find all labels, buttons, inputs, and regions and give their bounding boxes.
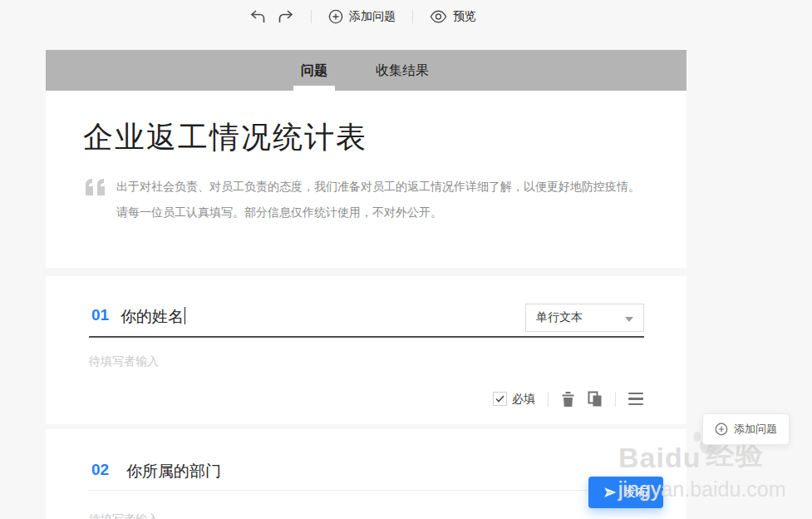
required-checkbox[interactable] [493, 392, 507, 406]
form-description-line1: 出于对社会负责、对员工负责的态度，我们准备对员工的返工情况作详细了解，以便更好地… [116, 174, 657, 200]
question-1-number: 01 [91, 306, 109, 324]
question-2-answer-placeholder[interactable]: 待填写者输入 [89, 512, 159, 519]
top-toolbar: 添加问题 预览 [249, 4, 476, 29]
question-1-controls: 必填 [493, 391, 643, 407]
controls-divider [548, 392, 549, 407]
add-question-label: 添加问题 [349, 9, 396, 24]
quote-icon [86, 179, 107, 199]
more-options-icon[interactable] [628, 393, 643, 406]
delete-question-icon[interactable] [561, 391, 575, 407]
preview-label: 预览 [453, 9, 476, 24]
send-icon [603, 486, 618, 499]
question-2-number: 02 [91, 461, 109, 479]
question-card-1: 01 你的姓名 单行文本 待填写者输入 必填 [46, 276, 687, 424]
form-description[interactable]: 出于对社会负责、对员工负责的态度，我们准备对员工的返工情况作详细了解，以便更好地… [116, 174, 657, 225]
plus-circle-icon [715, 423, 728, 436]
question-2-title-input[interactable]: 你所属的部门 [126, 461, 221, 482]
question-1-title-text: 你的姓名 [121, 308, 184, 325]
form-tabs-header: 问题 收集结果 [46, 50, 687, 91]
tab-collect-results[interactable]: 收集结果 [376, 50, 429, 91]
floating-add-question-button[interactable]: 添加问题 [702, 413, 790, 445]
add-question-button[interactable]: 添加问题 [328, 9, 396, 24]
question-1-title-underline [89, 336, 644, 338]
question-1-answer-placeholder[interactable]: 待填写者输入 [89, 354, 159, 369]
redo-icon[interactable] [278, 9, 294, 24]
question-1-title-input[interactable]: 你的姓名 [121, 306, 185, 328]
plus-circle-icon [328, 9, 343, 24]
form-head-section: 企业返工情况统计表 出于对社会负责、对员工负责的态度，我们准备对员工的返工情况作… [46, 91, 687, 268]
required-label: 必填 [512, 392, 535, 407]
duplicate-question-icon[interactable] [588, 391, 603, 407]
toolbar-divider [412, 10, 413, 23]
question-1-type-value: 单行文本 [536, 310, 583, 325]
eye-icon [430, 10, 447, 23]
section-gap [46, 268, 687, 276]
floating-add-question-label: 添加问题 [734, 422, 777, 437]
tab-questions[interactable]: 问题 [301, 50, 327, 91]
chevron-down-icon [625, 311, 633, 324]
publish-label: 发布 [624, 485, 649, 501]
undo-icon[interactable] [249, 9, 266, 24]
publish-button[interactable]: 发布 [588, 477, 663, 508]
form-description-line2: 请每一位员工认真填写。部分信息仅作统计使用，不对外公开。 [116, 200, 657, 225]
question-1-type-select[interactable]: 单行文本 [525, 304, 644, 332]
toolbar-divider [311, 10, 312, 23]
question-2-title-underline [89, 490, 644, 491]
form-title[interactable]: 企业返工情况统计表 [83, 117, 367, 158]
preview-button[interactable]: 预览 [430, 9, 476, 24]
controls-divider [615, 392, 616, 407]
required-toggle[interactable]: 必填 [493, 392, 535, 407]
form-card: 问题 收集结果 企业返工情况统计表 出于对社会负责、对员工负责的态度，我们准备对… [46, 50, 687, 519]
text-cursor [185, 307, 185, 324]
form-builder-screen: 添加问题 预览 问题 收集结果 企业返工情况统计表 [0, 0, 812, 519]
